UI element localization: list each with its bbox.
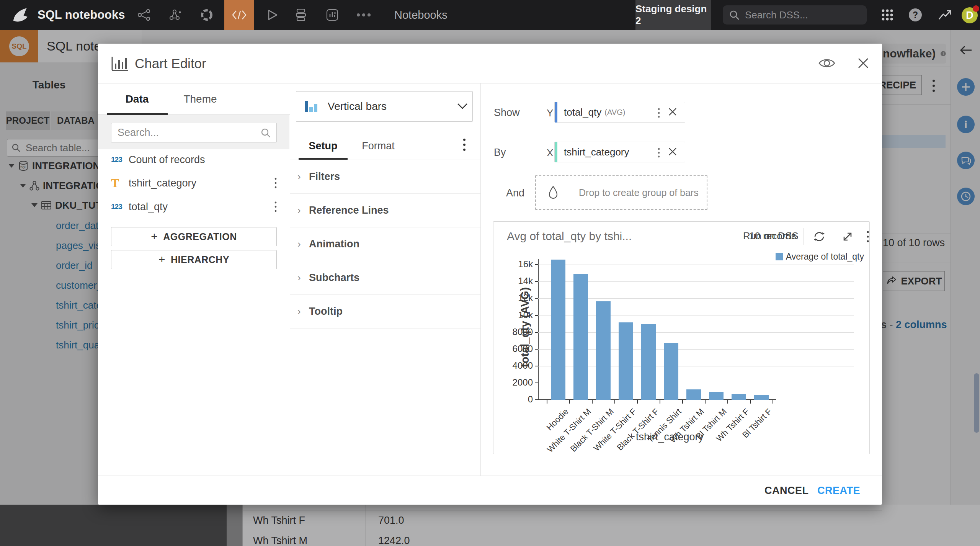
app-window: SQL SQL note Tables PROJECT DATABA SQLIN… [0,0,980,546]
user-avatar[interactable]: D [962,7,978,23]
tab-data[interactable]: Data [106,83,168,115]
kebab-menu-icon[interactable] [657,147,661,159]
kebab-menu-icon[interactable] [273,177,278,189]
droplet-icon [547,185,559,200]
add-aggregation-button[interactable]: + AGGREGATION [111,227,277,246]
refresh-icon[interactable] [813,231,825,242]
gridline-16000 [538,265,854,265]
page-breadcrumb[interactable]: Notebooks [394,0,448,30]
dimension-accent [555,142,557,162]
modal-title: Chart Editor [135,44,206,83]
bar-wh-tshirt-f[interactable] [732,394,746,400]
bar-white-t-shirt-m[interactable] [573,274,588,400]
jobs-icon[interactable] [290,0,312,30]
y-tick-label: 0 [508,394,533,405]
field-search-box [111,123,277,142]
chevron-right-icon: › [297,238,307,250]
bar-wh-tshirt-m[interactable] [686,389,701,400]
section-label: Tooltip [309,306,343,317]
close-icon[interactable] [858,57,869,69]
bar-white-t-shirt-f[interactable] [619,322,633,400]
avatar-initial: D [966,10,973,21]
search-icon [729,10,740,20]
panel-divider [480,83,481,476]
x-tick-mark [727,400,728,404]
divider [733,228,733,245]
chart-type-selector[interactable]: Vertical bars [296,91,473,122]
cancel-button[interactable]: CANCEL [764,476,809,505]
field-search-input[interactable] [117,126,260,139]
section-tooltip[interactable]: ›Tooltip [290,295,480,329]
dashboard-icon[interactable] [322,0,343,30]
add-hierarchy-button[interactable]: + HIERARCHY [111,250,277,269]
y-measure-pill[interactable]: total_qty (AVG) [554,102,685,123]
x-tick-mark [547,400,547,404]
bar-black-t-shirt-f[interactable] [641,324,656,400]
field-item-count-of-records[interactable]: 123Count of records [98,150,289,170]
x-axis-letter: X [547,147,553,159]
apps-grid-icon[interactable] [877,0,898,30]
section-subcharts[interactable]: ›Subcharts [290,261,480,295]
field-item-tshirt_category[interactable]: Ttshirt_category [98,173,289,193]
bar-tennis-shirt[interactable] [664,343,678,400]
kebab-menu-icon[interactable] [273,201,278,213]
environment-selector[interactable]: Staging design 2 [635,0,711,30]
y-tick-mark [535,281,538,282]
flow-icon[interactable] [133,0,155,30]
by-label: By [494,147,506,159]
x-tick-mark [750,400,751,404]
field-label: total_qty [129,201,168,213]
code-nav-active[interactable] [224,0,254,30]
help-icon[interactable]: ? [909,8,922,21]
x-dimension-pill[interactable]: tshirt_category [554,142,685,162]
notebook-run-icon[interactable] [262,0,283,30]
run-on-dss-button[interactable]: Run on DSS [743,222,799,250]
section-reference-lines[interactable]: ›Reference Lines [290,194,480,227]
global-search-input[interactable] [744,9,859,21]
numeric-type-icon: 123 [111,203,129,211]
kebab-menu-icon[interactable] [462,137,467,153]
trend-icon[interactable] [934,0,956,30]
global-search-box [723,5,867,25]
catalog-icon[interactable] [196,0,217,30]
measure-accent [555,102,557,123]
y-tick-mark [535,332,538,333]
y-tick-mark [535,366,538,366]
kebab-menu-icon[interactable] [657,108,661,119]
group-drop-zone[interactable]: Drop to create group of bars [535,175,707,210]
y-tick-label: 6000 [508,343,533,354]
chevron-right-icon: › [297,306,307,317]
y-axis-letter: Y [547,107,553,119]
bar-hoodie[interactable] [551,260,565,400]
y-tick-label: 4000 [508,360,533,371]
expand-icon[interactable] [842,231,853,242]
bar-chart-plot: total_qty (AVG) tshirt_category 02000400… [538,260,854,400]
field-item-total_qty[interactable]: 123total_qty [98,197,289,217]
y-tick-label: 2000 [508,377,533,388]
remove-icon[interactable] [668,107,677,116]
dataiku-logo[interactable] [11,6,30,24]
bar-black-t-shirt-m[interactable] [596,301,611,400]
vertical-bars-icon [304,99,321,114]
x-tick-mark [660,400,660,404]
tab-theme[interactable]: Theme [170,83,231,115]
tab-format[interactable]: Format [355,132,401,160]
y-tick-mark [535,298,538,299]
section-filters[interactable]: ›Filters [290,160,480,194]
notification-dot [973,5,979,12]
bar-chart-icon [111,56,129,72]
chart-preview-card: Avg of total_qty by tshi... 10 records R… [493,221,870,454]
remove-icon[interactable] [668,147,677,156]
y-field-label: total_qty [564,106,601,118]
create-button[interactable]: CREATE [817,476,860,505]
section-animation[interactable]: ›Animation [290,227,480,261]
kebab-menu-icon[interactable] [866,230,870,243]
bar-bl-tshirt-f[interactable] [754,395,769,400]
y-tick-mark [535,264,538,265]
more-icon[interactable] [353,0,374,30]
y-axis-line [538,259,539,400]
lab-icon[interactable] [164,0,185,30]
preview-eye-icon[interactable] [818,57,835,70]
bar-bl-tshirt-m[interactable] [709,392,724,400]
tab-setup[interactable]: Setup [299,132,348,160]
